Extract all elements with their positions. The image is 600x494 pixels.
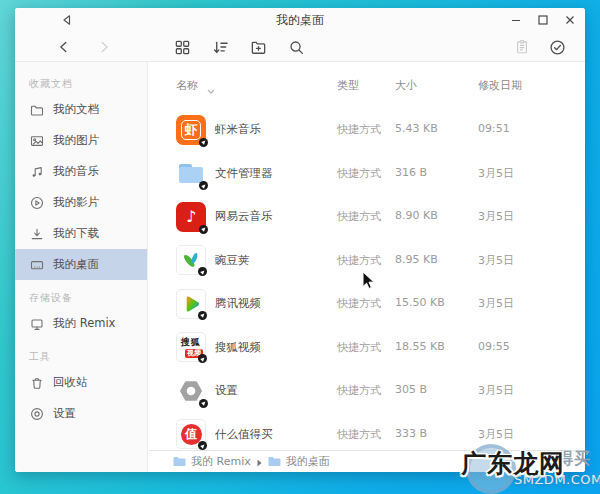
gear-icon: [29, 406, 44, 421]
sidebar-item-label: 我的影片: [53, 195, 99, 210]
search-icon[interactable]: [287, 38, 305, 56]
sidebar-item-label: 我的桌面: [53, 257, 99, 272]
close-icon[interactable]: [563, 13, 577, 27]
new-folder-icon[interactable]: [249, 38, 267, 56]
sidebar-item-label: 我的 Remix: [53, 316, 115, 331]
shortcut-badge-icon: [199, 181, 208, 190]
download-icon: [29, 226, 44, 241]
nav-group: [55, 32, 113, 62]
cell-date: 3月5日: [478, 166, 514, 181]
cell-date: 09:51: [478, 122, 510, 135]
sidebar-item-label: 我的图片: [53, 133, 99, 148]
titlebar: 我的桌面: [15, 8, 585, 32]
breadcrumb-item[interactable]: 我的桌面: [268, 452, 330, 471]
clipboard-icon[interactable]: [513, 38, 531, 56]
cell-type: 快捷方式: [337, 209, 381, 224]
sidebar-item-folder[interactable]: 我的文档: [15, 94, 147, 125]
cell-type: 快捷方式: [337, 253, 381, 268]
cell-size: 8.95 KB: [395, 253, 438, 266]
table-header: 名称 类型 大小 修改日期: [149, 78, 585, 102]
sidebar-section-label: 存储设备: [29, 290, 147, 306]
cell-name: 腾讯视频: [215, 296, 261, 311]
mouse-cursor: [362, 271, 375, 294]
sort-list-icon[interactable]: [211, 38, 229, 56]
cell-type: 快捷方式: [337, 296, 381, 311]
column-header-date[interactable]: 修改日期: [478, 78, 522, 93]
shortcut-badge-icon: [198, 267, 207, 276]
xiami-app-icon: 虾: [176, 115, 206, 145]
music-icon: [29, 164, 44, 179]
sidebar: 收藏文档我的文档我的图片我的音乐我的影片我的下载我的桌面存储设备我的 Remix…: [15, 62, 148, 472]
shortcut-badge-icon: [199, 225, 208, 234]
minimize-icon[interactable]: [509, 13, 523, 27]
column-header-type[interactable]: 类型: [337, 78, 359, 93]
chevron-left-icon[interactable]: [55, 38, 73, 56]
cell-type: 快捷方式: [337, 383, 381, 398]
tencent-app-icon: [176, 289, 206, 319]
sidebar-item-label: 回收站: [53, 375, 88, 390]
table-row[interactable]: 文件管理器快捷方式316 B3月5日: [149, 152, 585, 196]
image-icon: [29, 133, 44, 148]
file-list: 名称 类型 大小 修改日期 虾虾米音乐快捷方式5.43 KB09:51文件管理器…: [149, 62, 585, 472]
cell-name: 设置: [215, 383, 238, 398]
sort-chevron-icon[interactable]: [207, 85, 215, 98]
netease-app-icon: ♪: [176, 202, 206, 232]
table-row[interactable]: 虾虾米音乐快捷方式5.43 KB09:51: [149, 108, 585, 152]
sidebar-item-video[interactable]: 我的影片: [15, 187, 147, 218]
smzdm-app-icon: 值: [176, 419, 206, 449]
sidebar-item-download[interactable]: 我的下载: [15, 218, 147, 249]
sidebar-item-gear[interactable]: 设置: [15, 398, 147, 429]
cell-size: 15.50 KB: [395, 296, 445, 309]
breadcrumb-arrow-icon: [257, 452, 262, 471]
cell-name: 虾米音乐: [215, 122, 261, 137]
window-title: 我的桌面: [15, 12, 585, 29]
table-row[interactable]: 搜狐视频搜狐视频快捷方式18.55 KB09:55: [149, 326, 585, 370]
toolbar: [15, 32, 585, 62]
cell-date: 3月5日: [478, 209, 514, 224]
cell-name: 搜狐视频: [215, 340, 261, 355]
table-row[interactable]: 设置快捷方式305 B3月5日: [149, 369, 585, 413]
breadcrumb-item[interactable]: 我的 Remix: [173, 452, 251, 471]
check-circle-icon[interactable]: [548, 38, 566, 56]
shortcut-badge-icon: [198, 441, 207, 450]
chevron-right-icon[interactable]: [95, 38, 113, 56]
wandoujia-app-icon: [176, 245, 206, 275]
sidebar-item-desktop[interactable]: 我的桌面: [15, 249, 147, 280]
sidebar-section-label: 工具: [29, 349, 147, 365]
sidebar-item-trash[interactable]: 回收站: [15, 367, 147, 398]
sidebar-section: 工具回收站设置: [15, 349, 147, 429]
sidebar-item-label: 我的音乐: [53, 164, 99, 179]
desktop: { "window": { "title": "我的桌面" }, "titleb…: [0, 0, 600, 494]
cell-name: 文件管理器: [215, 166, 273, 181]
cell-size: 305 B: [395, 383, 427, 396]
window-controls: [509, 8, 577, 32]
column-header-size[interactable]: 大小: [395, 78, 417, 93]
sohu-app-icon: 搜狐视频: [176, 332, 206, 362]
shortcut-badge-icon: [198, 311, 207, 320]
maximize-icon[interactable]: [536, 13, 550, 27]
desktop-icon: [29, 257, 44, 272]
filemanager-app-icon: [176, 158, 206, 188]
breadcrumb-label: 我的桌面: [286, 454, 330, 469]
folder-icon: [29, 102, 44, 117]
sidebar-section: 存储设备我的 Remix: [15, 290, 147, 339]
cell-type: 快捷方式: [337, 340, 381, 355]
shortcut-badge-icon: [198, 354, 207, 363]
monitor-icon: [29, 316, 44, 331]
cell-size: 8.90 KB: [395, 209, 438, 222]
cell-size: 5.43 KB: [395, 122, 438, 135]
file-manager-window: 我的桌面: [15, 8, 585, 472]
table-row[interactable]: ♪网易云音乐快捷方式8.90 KB3月5日: [149, 195, 585, 239]
video-icon: [29, 195, 44, 210]
grid-view-icon[interactable]: [173, 38, 191, 56]
sidebar-item-image[interactable]: 我的图片: [15, 125, 147, 156]
sidebar-item-music[interactable]: 我的音乐: [15, 156, 147, 187]
sidebar-item-monitor[interactable]: 我的 Remix: [15, 308, 147, 339]
cell-size: 316 B: [395, 166, 427, 179]
cell-date: 09:55: [478, 340, 510, 353]
column-header-name[interactable]: 名称: [176, 78, 198, 93]
cell-size: 333 B: [395, 427, 427, 440]
back-triangle-icon[interactable]: [59, 12, 75, 28]
shortcut-badge-icon: [199, 138, 208, 147]
cell-size: 18.55 KB: [395, 340, 445, 353]
